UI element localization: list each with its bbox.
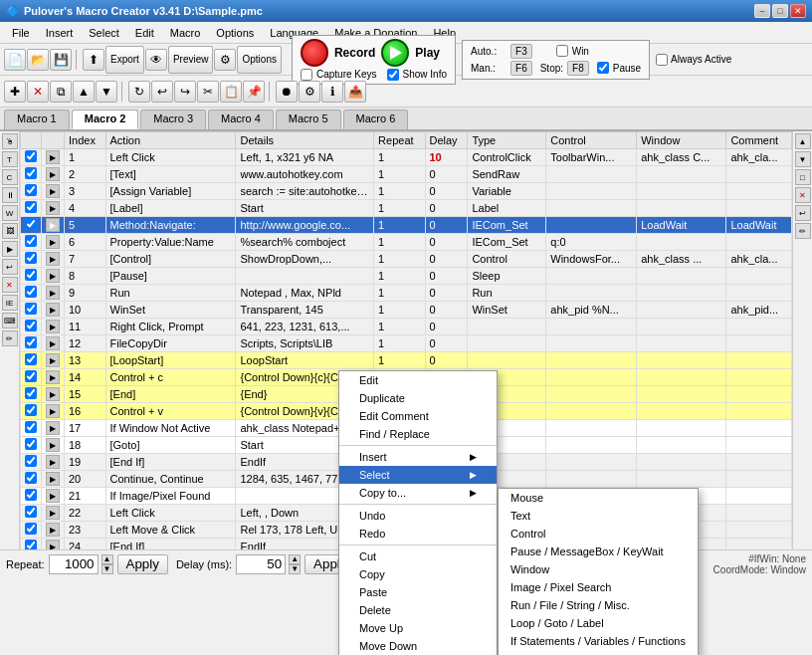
row-check-8[interactable] [25,269,37,281]
ctx-item-insert[interactable]: Insert▶ [339,448,497,466]
repeat-up-button[interactable]: ▲ [102,554,113,564]
row-check-20[interactable] [25,472,37,484]
sidebar-icon-7[interactable]: ▶ [2,241,18,257]
play-button[interactable] [381,39,409,67]
row-check-11[interactable] [25,320,37,331]
row-check-24[interactable] [25,540,37,549]
row-check-15[interactable] [25,387,37,399]
row-check-6[interactable] [25,235,37,247]
record-button[interactable] [301,39,328,67]
sidebar-icon-8[interactable]: ↩ [2,259,18,275]
repeat-down-button[interactable]: ▼ [102,564,113,574]
row-check-9[interactable] [25,286,37,298]
open-button[interactable]: 📂 [27,49,49,71]
refresh-button[interactable]: ↻ [128,81,150,103]
delay-input[interactable] [236,554,286,574]
repeat-input[interactable] [49,554,99,574]
row-check-17[interactable] [25,421,37,433]
sub-item-text[interactable]: Text [499,507,698,525]
sub-item-pause-messagebox-keywait[interactable]: Pause / MessageBox / KeyWait [499,543,698,560]
sidebar-right-icon-6[interactable]: ✏ [795,223,811,239]
table-row[interactable]: ▶7[Control]ShowDropDown,...10ControlWind… [21,251,792,268]
row-check-23[interactable] [25,523,37,535]
sidebar-icon-3[interactable]: C [2,169,18,185]
table-row[interactable]: ▶4[Label]Start10Label [21,200,792,217]
close-button[interactable]: ✕ [790,4,806,18]
ctx-item-paste[interactable]: Paste [339,583,497,601]
export2-button[interactable]: 📤 [344,81,366,103]
ctx-item-delete[interactable]: Delete [339,601,497,619]
table-row[interactable]: ▶13[LoopStart]LoopStart10 [21,352,792,369]
row-check-5[interactable] [25,218,37,230]
sidebar-icon-11[interactable]: ⌨ [2,313,18,328]
paste-button[interactable]: 📌 [243,81,265,103]
table-row[interactable]: ▶2[Text]www.autohotkey.com10SendRaw [21,166,792,183]
menu-item-options[interactable]: Options [208,25,262,41]
sidebar-icon-10[interactable]: IE [2,295,18,311]
sidebar-icon-9[interactable]: ✕ [2,277,18,293]
info-button[interactable]: ℹ [321,81,343,103]
ctx-item-find-/-replace[interactable]: Find / Replace [339,425,497,443]
undo-button[interactable]: ↩ [151,81,173,103]
sub-item-run-file-string-misc.[interactable]: Run / File / String / Misc. [499,596,698,614]
menu-item-select[interactable]: Select [81,25,127,41]
tab-2[interactable]: Macro 2 [72,109,139,129]
table-row[interactable]: ▶12FileCopyDirScripts, Scripts\LIB10 [21,335,792,352]
delay-up-button[interactable]: ▲ [289,554,301,564]
ctx-item-select[interactable]: Select▶ [339,466,497,484]
sub-item-control[interactable]: Control [499,525,698,543]
menu-item-macro[interactable]: Macro [162,25,209,41]
show-info-checkbox[interactable] [387,69,399,81]
sidebar-icon-5[interactable]: W [2,205,18,221]
sidebar-icon-12[interactable]: ✏ [2,330,18,346]
row-check-18[interactable] [25,438,37,450]
sidebar-icon-1[interactable]: 🖱 [2,133,18,149]
tab-4[interactable]: Macro 4 [208,109,274,129]
sub-item-if-statements-variables-functions[interactable]: If Statements / Variables / Functions [499,632,698,650]
row-check-10[interactable] [25,303,37,315]
sub-item-window[interactable]: Window [499,560,698,578]
maximize-button[interactable]: □ [772,4,788,18]
save-button[interactable]: 💾 [50,49,72,71]
ctx-item-edit-comment[interactable]: Edit Comment [339,407,497,425]
row-check-13[interactable] [25,353,37,365]
ctx-item-edit[interactable]: Edit [339,371,497,389]
sidebar-right-icon-4[interactable]: ✕ [795,187,811,203]
record2-button[interactable]: ⏺ [276,81,298,103]
table-row[interactable]: ▶9RunNotepad , Max, NPld10Run [21,285,792,302]
preview-button[interactable]: Preview [168,46,214,74]
ctx-item-redo[interactable]: Redo [339,525,497,543]
tab-6[interactable]: Macro 6 [343,109,409,129]
ctx-item-copy-to...[interactable]: Copy to...▶ [339,484,497,502]
row-check-7[interactable] [25,252,37,264]
always-active-checkbox[interactable] [656,54,668,66]
tab-3[interactable]: Macro 3 [140,109,206,129]
minimize-button[interactable]: – [754,4,770,18]
new-button[interactable]: 📄 [4,49,26,71]
ctx-item-cut[interactable]: Cut [339,547,497,565]
capture-keys-checkbox[interactable] [301,69,312,81]
move-down-button[interactable]: ▼ [96,81,117,103]
table-row[interactable]: ▶3[Assign Variable]search := site:autoho… [21,183,792,200]
menu-item-file[interactable]: File [4,25,38,41]
settings-button[interactable]: ⚙ [299,81,320,103]
sub-item-internet-explorer-com-interface[interactable]: Internet Explorer / COM Interface [499,650,698,655]
ctx-item-copy[interactable]: Copy [339,565,497,583]
duplicate-button[interactable]: ⧉ [50,81,72,103]
redo-button[interactable]: ↪ [174,81,196,103]
row-check-4[interactable] [25,201,37,213]
tab-1[interactable]: Macro 1 [4,109,70,129]
sub-item-mouse[interactable]: Mouse [499,489,698,507]
table-row[interactable]: ▶10WinSetTransparent, 14510WinSetahk_pid… [21,302,792,319]
ctx-item-undo[interactable]: Undo [339,507,497,525]
options-icon[interactable]: ⚙ [214,49,236,71]
ctx-item-move-up[interactable]: Move Up [339,619,497,637]
row-check-2[interactable] [25,167,37,179]
row-check-14[interactable] [25,370,37,382]
sidebar-right-icon-1[interactable]: ▲ [795,133,811,149]
ctx-item-duplicate[interactable]: Duplicate [339,389,497,407]
row-check-21[interactable] [25,489,37,501]
preview-icon[interactable]: 👁 [145,49,167,71]
copy-button[interactable]: 📋 [220,81,242,103]
table-row[interactable]: ▶6Property:Value:Name%search% comboject1… [21,234,792,251]
